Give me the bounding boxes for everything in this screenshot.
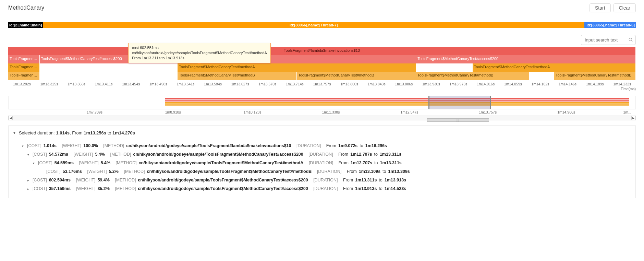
sel-dur: 1.014s	[56, 130, 70, 135]
flame-block[interactable]: ToolsFragment$MethodCanaryTest#methodB	[297, 72, 416, 80]
axis-tick: 1m13.973s	[445, 82, 472, 86]
tree-row[interactable]: ▾[COST] 1.014s [WEIGHT] 100.0% [METHOD] …	[13, 142, 631, 150]
flame-block[interactable]: ToolsFragment$MethodCanaryTest#methodB	[178, 72, 297, 80]
time-axis: 1m13.282s1m13.325s1m13.368s1m13.411s1m13…	[8, 82, 636, 86]
to-word: to	[379, 185, 382, 193]
sel-mid: , From	[70, 130, 84, 135]
chevron-icon[interactable]: ▸	[26, 177, 31, 183]
to-value: 1m16.296s	[365, 142, 387, 150]
weight-label: [WEIGHT]	[62, 142, 81, 150]
method-label: [METHOD]	[110, 150, 131, 159]
tree-row[interactable]: ▾[COST] 54.572ms [WEIGHT] 5.4% [METHOD] …	[13, 150, 631, 159]
cost-label: [COST]	[46, 167, 61, 176]
thread-bar[interactable]: id:[2],name:[main] id:[38066],name:[Thre…	[8, 22, 636, 28]
tooltip-method: cn/hikyson/android/godeye/sample/ToolsFr…	[132, 50, 267, 56]
tree-row[interactable]: ▾[COST] 54.559ms [WEIGHT] 5.4% [METHOD] …	[13, 159, 631, 167]
thread-main[interactable]: id:[2],name:[main]	[8, 22, 43, 28]
to-value: 1m14.523s	[385, 185, 406, 193]
from-value: 1m12.707s	[351, 159, 372, 167]
duration-label: [DURATION]	[313, 176, 338, 185]
cost-value: 54.559ms	[54, 159, 74, 167]
to-value: 1m13.309s	[388, 167, 410, 176]
method-label: [METHOD]	[115, 176, 136, 185]
minimap-tick: 1m13.757s	[479, 110, 497, 114]
minimap-scrollbar[interactable]: ◀ ||| ▶	[8, 116, 636, 120]
from-value: 1m13.311s	[355, 176, 377, 185]
chevron-down-icon[interactable]: ▼	[13, 131, 16, 135]
cost-label: [COST]	[38, 159, 52, 167]
search-icon[interactable]	[628, 37, 633, 43]
from-value: 1m12.707s	[350, 150, 372, 159]
duration-label: [DURATION]	[296, 142, 321, 150]
method-label: [METHOD]	[124, 167, 145, 176]
panel-header[interactable]: ▼ Selected duration: 1.014s, From 1m13.2…	[13, 130, 631, 135]
thread-6[interactable]: id:[38065],name:[Thread-6]	[584, 22, 636, 28]
axis-tick: 1m14.059s	[499, 82, 527, 86]
start-button[interactable]: Start	[590, 3, 611, 12]
svg-line-1	[632, 40, 633, 41]
to-value: 1m13.913s	[385, 176, 406, 185]
flame-block[interactable]: ToolsFragment$MethodCanaryTest#methodA	[473, 63, 636, 72]
axis-tick: 1m13.411s	[90, 82, 118, 86]
weight-value: 35.2%	[97, 185, 109, 193]
call-tree: ▾[COST] 1.014s [WEIGHT] 100.0% [METHOD] …	[13, 142, 631, 193]
tree-row[interactable]: [COST] 53.176ms [WEIGHT] 5.2% [METHOD] c…	[13, 167, 631, 176]
flame-block[interactable]: ToolsFragment$MethodCanaryTest#access$20…	[8, 55, 40, 63]
chevron-icon[interactable]: ▾	[20, 143, 25, 149]
weight-label: [WEIGHT]	[76, 185, 95, 193]
scroll-right-icon[interactable]: ▶	[631, 116, 635, 120]
weight-label: [WEIGHT]	[87, 167, 107, 176]
weight-value: 5.4%	[100, 159, 110, 167]
chevron-icon[interactable]: ▸	[26, 186, 31, 192]
weight-label: [WEIGHT]	[73, 150, 93, 159]
axis-tick: 1m13.886s	[390, 82, 418, 86]
minimap-tick: 1m8.918s	[165, 110, 181, 114]
duration-label: [DURATION]	[308, 150, 333, 159]
axis-tick: 1m13.843s	[363, 82, 390, 86]
page-title: MethodCanary	[8, 5, 44, 11]
flame-block[interactable]: ToolsFragment$MethodCanaryTest#access$20…	[416, 55, 636, 63]
tree-row[interactable]: ▸[COST] 357.159ms [WEIGHT] 35.2% [METHOD…	[13, 185, 631, 193]
flame-block[interactable]: ToolsFragment$MethodCanaryTest#methodB	[554, 72, 636, 80]
minimap-tick: 1m12.547s	[400, 110, 418, 114]
minimap-axis: 1m7.709s1m8.918s1m10.128s1m11.338s1m12.5…	[8, 110, 636, 115]
flame-block[interactable]: ToolsFragment$MethodCanaryTest#methodA	[178, 63, 416, 72]
axis-tick: 1m13.714s	[281, 82, 308, 86]
header-buttons: Start Clear	[590, 3, 636, 12]
cost-label: [COST]	[33, 185, 47, 193]
flame-block[interactable]: ToolsFragment$MethodCanaryTest#methodB	[8, 72, 40, 80]
scroll-left-icon[interactable]: ◀	[9, 116, 13, 120]
cost-value: 602.594ms	[49, 176, 71, 185]
cost-value: 357.159ms	[49, 185, 71, 193]
from-value: 1m13.109s	[359, 167, 380, 176]
chevron-icon[interactable]: ▾	[31, 160, 36, 166]
method-value: cn/hikyson/android/godeye/sample/ToolsFr…	[126, 142, 291, 150]
from-value: 1m13.913s	[355, 185, 377, 193]
method-value: cn/hikyson/android/godeye/sample/ToolsFr…	[138, 185, 308, 193]
minimap[interactable]: 1m7.709s1m8.918s1m10.128s1m11.338s1m12.5…	[8, 96, 636, 120]
chevron-icon[interactable]: ▾	[26, 152, 31, 158]
flame-block[interactable]: ToolsFragment$MethodCanaryTest#methodB	[416, 72, 529, 80]
cost-label: [COST]	[27, 142, 41, 150]
to-value: 1m13.311s	[380, 150, 401, 159]
header: MethodCanary Start Clear	[0, 0, 644, 16]
thread-7[interactable]: id:[38066],name:[Thread-7]	[43, 22, 584, 28]
cost-value: 54.572ms	[49, 150, 68, 159]
tree-row[interactable]: ▸[COST] 602.594ms [WEIGHT] 59.4% [METHOD…	[13, 176, 631, 185]
axis-tick: 1m13.627s	[227, 82, 254, 86]
flame-block[interactable]: ToolsFragment$MethodCanaryTest#methodA	[8, 63, 40, 72]
to-word: to	[374, 150, 377, 159]
sel-to: 1m14.270s	[112, 130, 135, 135]
duration-label: [DURATION]	[317, 167, 341, 176]
flame-block[interactable]: ToolsFragment#lambda$makeInvocations$10	[8, 47, 636, 55]
axis-tick: 1m14.232s	[608, 82, 636, 86]
flame-graph[interactable]: cost 602.551ms cn/hikyson/android/godeye…	[8, 47, 636, 80]
weight-value: 5.4%	[95, 150, 105, 159]
scroll-thumb[interactable]: |||	[427, 118, 489, 122]
clear-button[interactable]: Clear	[613, 3, 636, 12]
minimap-selection[interactable]	[428, 96, 491, 109]
to-word: to	[360, 142, 363, 150]
cost-label: [COST]	[33, 176, 47, 185]
to-value: 1m13.311s	[380, 159, 402, 167]
search-input[interactable]	[581, 35, 636, 45]
